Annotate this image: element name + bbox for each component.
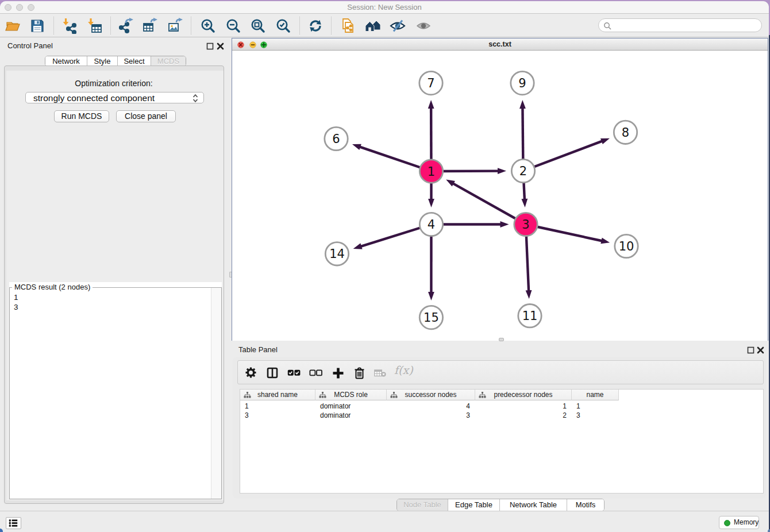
- node-label-3: 3: [522, 218, 529, 232]
- eye-icon: [415, 18, 432, 34]
- toolbar-separator: [299, 17, 300, 34]
- result-group-border: [9, 287, 222, 499]
- run-mcds-button[interactable]: Run MCDS: [54, 110, 109, 122]
- cell-successor-nodes[interactable]: 3: [387, 411, 475, 420]
- window-title: Session: New Session: [0, 1, 769, 13]
- export-image-icon: [167, 18, 183, 34]
- select-all-icon[interactable]: [287, 369, 301, 376]
- column-header-successor-nodes[interactable]: successor nodes: [387, 390, 475, 400]
- float-panel-icon[interactable]: [206, 43, 214, 50]
- delete-row-icon[interactable]: [353, 367, 365, 379]
- horizontal-splitter-handle[interactable]: [499, 338, 504, 341]
- column-label: MCDS role: [315, 390, 386, 400]
- table-tab-motifs[interactable]: Motifs: [567, 499, 604, 511]
- delete-table-icon: [374, 369, 386, 377]
- cell-shared-name[interactable]: 1: [240, 402, 315, 411]
- toolbar-separator: [331, 17, 332, 34]
- export-network-button[interactable]: [118, 18, 134, 34]
- network-frame-titlebar[interactable]: scc.txt: [232, 38, 768, 51]
- task-history-button[interactable]: [6, 517, 21, 529]
- dropdown-arrows-icon: [192, 94, 199, 103]
- table-header-row: shared nameMCDS rolesuccessor nodesprede…: [240, 390, 619, 400]
- search-icon: [603, 22, 611, 30]
- refresh-icon: [307, 18, 324, 34]
- column-header-MCDS-role[interactable]: MCDS role: [315, 390, 387, 400]
- control-tab-select[interactable]: Select: [118, 56, 151, 66]
- table-tab-network-table[interactable]: Network Table: [500, 499, 567, 511]
- column-header-shared-name[interactable]: shared name: [240, 390, 315, 400]
- result-scrollbar[interactable]: [211, 288, 221, 499]
- memory-button[interactable]: Memory: [719, 516, 759, 529]
- arrowhead-1-2: [498, 168, 506, 174]
- close-panel-icon[interactable]: [217, 43, 224, 50]
- open-session-button[interactable]: [5, 18, 21, 34]
- cell-name[interactable]: 3: [572, 411, 619, 420]
- cell-MCDS-role[interactable]: dominator: [315, 402, 387, 411]
- control-tab-network[interactable]: Network: [45, 56, 87, 66]
- add-row-icon[interactable]: [332, 367, 344, 379]
- arrowhead-1-4: [428, 199, 434, 207]
- toolbar-separator: [110, 17, 111, 34]
- hide-selected-button[interactable]: [390, 18, 406, 34]
- result-item[interactable]: 1: [14, 292, 18, 302]
- copy-network-button[interactable]: [340, 18, 356, 34]
- cell-shared-name[interactable]: 3: [240, 411, 315, 420]
- search-input[interactable]: [613, 20, 756, 30]
- refresh-button[interactable]: [307, 18, 324, 34]
- network-frame: scc.txt 1234678910111415: [232, 38, 768, 341]
- zoom-out-button[interactable]: [225, 18, 241, 34]
- main-toolbar: [0, 14, 769, 37]
- mcds-result-box: MCDS result (2 nodes) 13: [9, 282, 222, 499]
- zoom-in-button[interactable]: [200, 18, 216, 34]
- edge-3-1[interactable]: [453, 183, 526, 224]
- export-table-button[interactable]: [142, 18, 158, 34]
- copy-network-icon: [340, 18, 356, 34]
- first-neighbors-button[interactable]: [365, 18, 381, 34]
- control-tab-style[interactable]: Style: [87, 56, 118, 66]
- search-field[interactable]: [598, 18, 762, 32]
- node-label-8: 8: [622, 126, 629, 140]
- result-item[interactable]: 3: [14, 302, 18, 312]
- show-all-button[interactable]: [415, 18, 432, 34]
- import-network-button[interactable]: [61, 18, 77, 34]
- zoom-out-icon: [225, 18, 241, 34]
- cell-predecessor-nodes[interactable]: 1: [475, 402, 572, 411]
- column-header-predecessor-nodes[interactable]: predecessor nodes: [475, 390, 572, 400]
- table-tab-node-table[interactable]: Node Table: [397, 499, 448, 511]
- split-columns-icon[interactable]: [267, 367, 278, 379]
- cell-successor-nodes[interactable]: 4: [387, 402, 475, 411]
- node-label-1: 1: [428, 165, 435, 179]
- toolbar-separator: [191, 17, 191, 34]
- cell-name[interactable]: 1: [572, 402, 619, 411]
- network-canvas[interactable]: 1234678910111415: [232, 51, 768, 341]
- arrowhead-2-9: [519, 100, 526, 109]
- result-list[interactable]: 13: [14, 292, 18, 312]
- export-image-button[interactable]: [167, 18, 183, 34]
- close-panel-button[interactable]: Close panel: [116, 110, 176, 122]
- import-table-button[interactable]: [87, 18, 103, 34]
- close-table-panel-icon[interactable]: [757, 346, 764, 354]
- table-tab-edge-table[interactable]: Edge Table: [448, 499, 500, 511]
- zoom-in-icon: [200, 18, 216, 34]
- column-header-name[interactable]: name: [572, 390, 619, 400]
- node-label-9: 9: [518, 76, 526, 90]
- eye-slash-icon: [390, 18, 406, 34]
- table-settings-icon[interactable]: [245, 367, 256, 378]
- zoom-fit-button[interactable]: [250, 18, 266, 34]
- unselect-all-icon[interactable]: [309, 369, 322, 376]
- cell-predecessor-nodes[interactable]: 2: [475, 411, 572, 420]
- edge-2-8[interactable]: [523, 141, 602, 171]
- cell-MCDS-role[interactable]: dominator: [315, 411, 387, 420]
- table-toolbar: f(x): [237, 360, 764, 384]
- float-table-panel-icon[interactable]: [747, 346, 754, 354]
- control-tab-mcds[interactable]: MCDS: [151, 56, 186, 66]
- save-session-button[interactable]: [29, 18, 45, 34]
- export-network-icon: [118, 18, 134, 34]
- export-table-icon: [142, 18, 158, 34]
- node-label-14: 14: [329, 247, 345, 261]
- criterion-dropdown[interactable]: strongly connected component: [25, 92, 204, 103]
- table-panel: Table Panel: [232, 343, 769, 511]
- zoom-selected-button[interactable]: [275, 18, 291, 34]
- node-label-11: 11: [522, 309, 538, 323]
- node-label-2: 2: [519, 164, 527, 178]
